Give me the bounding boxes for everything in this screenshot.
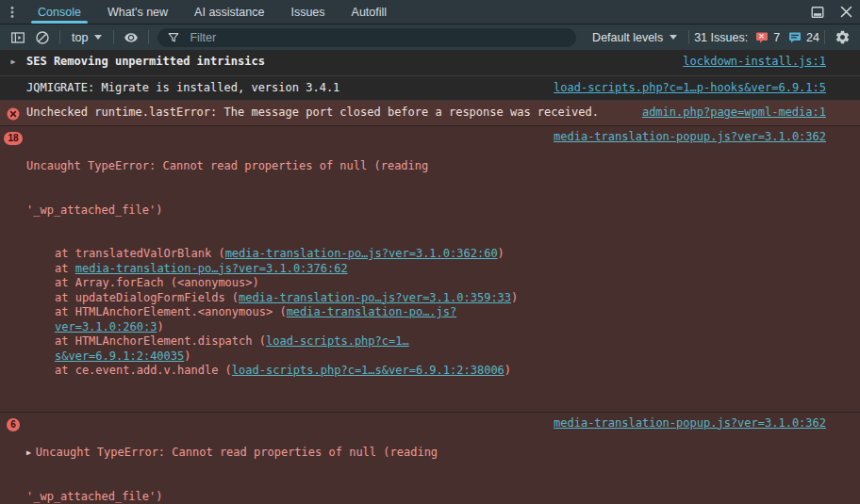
toolbar-divider [824,30,825,44]
expand-triangle-icon[interactable]: ▶ [11,55,16,70]
chevron-down-icon [670,35,677,40]
console-settings-button[interactable] [830,27,854,48]
tab-issues[interactable]: Issues [277,0,338,24]
stack-frame-text: at Array.forEach (<anonymous>) [55,276,259,289]
message-gutter: 6 [0,416,26,431]
stack-frame: at ce.event.add.v.handle (load-scripts.p… [26,364,542,379]
tab-whats-new[interactable]: What's new [94,0,181,24]
stack-frame: at Array.forEach (<anonymous>) [26,276,542,291]
stack-frame-text: ) [504,364,511,377]
stack-frame-text: ) [157,320,163,333]
repeat-count-badge: 18 [4,132,22,145]
tab-ai-assistance[interactable]: AI assistance [181,0,277,24]
error-circle-x-icon [7,107,20,121]
toolbar-divider [113,30,114,44]
show-console-sidebar-button[interactable] [6,27,30,48]
error-message: Uncaught TypeError: Cannot read properti… [26,130,542,408]
console-messages-area: ▶ SES Removing unpermitted intrinsics lo… [0,50,860,504]
tabbar-spacer [400,0,803,24]
toolbar-divider [688,30,689,44]
issue-message-icon [788,31,802,44]
message-gutter: 18 [0,130,26,145]
stack-frame-text: ) [511,291,518,304]
tab-label: Autofill [352,6,388,19]
stack-frame-text: at HTMLAnchorElement.dispatch ( [55,334,266,348]
console-message-row: JQMIGRATE: Migrate is installed, version… [0,76,860,102]
issues-errors-count: 7 [773,31,780,44]
toolbar-divider [59,30,60,44]
customize-devtools-menu-button[interactable] [0,0,25,24]
message-gutter: ▶ [0,55,26,71]
stack-source-link[interactable]: media-translation-po…js?ver=3.1.0:359:33 [239,291,511,304]
issues-messages-count: 24 [806,31,819,44]
error-message: ▶Uncaught TypeError: Cannot read propert… [26,416,542,504]
kebab-menu-icon [6,6,19,19]
tab-label: What's new [108,6,168,19]
message-text: JQMIGRATE: Migrate is installed, version… [26,81,542,96]
error-message-line: ▶Uncaught TypeError: Cannot read propert… [26,446,542,462]
show-console-sidebar-icon [10,30,25,45]
error-message-line: '_wp_attached_file') [26,490,542,504]
javascript-context-selector[interactable]: top [65,31,108,44]
eye-icon [123,30,140,45]
stack-frame: at updateDialogFormFields (media-transla… [26,291,542,306]
clear-console-icon [35,30,50,45]
message-text: SES Removing unpermitted intrinsics [26,55,671,70]
devtools-window: Console What's new AI assistance Issues … [0,0,860,504]
issues-counter[interactable]: 31 Issues: 7 24 [694,31,819,44]
stack-frame: at HTMLAnchorElement.<anonymous> (media-… [26,305,542,334]
issues-label: 31 Issues: [694,31,748,44]
stack-source-link[interactable]: media-translation-po…js?ver=3.1.0:362:60 [225,247,498,260]
log-levels-selector[interactable]: Default levels [586,31,684,44]
error-message-line: Uncaught TypeError: Cannot read properti… [26,159,542,174]
toolbar-divider [148,30,149,44]
devtools-tabbar: Console What's new AI assistance Issues … [0,0,860,24]
tab-label: Console [38,6,81,19]
stack-frame-text: ) [498,247,504,260]
stack-trace: at translatedValOrBlank (media-translati… [26,247,542,379]
repeat-count-badge: 6 [7,418,20,431]
stack-frame: at media-translation-po…js?ver=3.1.0:376… [26,262,542,277]
context-selector-label: top [72,31,88,44]
message-gutter [0,81,26,82]
tab-console[interactable]: Console [25,0,94,24]
tab-label: AI assistance [194,6,264,19]
issue-error-icon [755,31,769,44]
chevron-down-icon [94,35,102,40]
source-link[interactable]: lockdown-install.js:1 [683,55,826,68]
console-error-group: 18 Uncaught TypeError: Cannot read prope… [0,126,860,413]
stack-source-link[interactable]: load-scripts.php?c=1…s&ver=6.9.1:2:38006 [232,364,504,377]
dock-to-bottom-icon [810,5,825,20]
filter-funnel-icon [167,31,180,44]
message-text: Unchecked runtime.lastError: The message… [26,106,631,121]
filter-input[interactable] [188,30,567,45]
console-message-row: ▶ SES Removing unpermitted intrinsics lo… [0,50,860,76]
expand-triangle-icon[interactable]: ▶ [26,446,31,461]
console-error-row: Unchecked runtime.lastError: The message… [0,101,860,126]
source-link[interactable]: media-translation-popup.js?ver=3.1.0:362 [554,130,826,143]
console-toolbar: top Default levels 31 Issues: [0,24,860,50]
close-devtools-button[interactable] [832,0,860,24]
console-filter-box[interactable] [157,28,576,47]
stack-frame-text: at [55,262,75,275]
stack-frame-text: ) [184,350,190,363]
stack-frame-text: at HTMLAnchorElement.<anonymous> ( [55,305,287,318]
stack-frame-text: at updateDialogFormFields ( [55,291,239,304]
source-link[interactable]: load-scripts.php?c=1…p-hooks&ver=6.9.1:5 [554,81,826,94]
source-link[interactable]: admin.php?page=wpml-media:1 [642,106,826,119]
stack-frame: at translatedValOrBlank (media-translati… [26,247,542,262]
settings-gear-icon [835,29,851,45]
dock-side-button[interactable] [803,0,832,24]
source-link[interactable]: media-translation-popup.js?ver=3.1.0:362 [554,416,826,430]
tab-label: Issues [290,6,324,19]
stack-source-link[interactable]: media-translation-po…js?ver=3.1.0:376:62 [75,262,348,275]
clear-console-button[interactable] [30,27,55,48]
console-error-group: 6 ▶Uncaught TypeError: Cannot read prope… [0,413,860,504]
message-gutter [0,106,26,121]
stack-frame-text: at ce.event.add.v.handle ( [55,364,232,377]
stack-frame-text: at translatedValOrBlank ( [55,247,225,260]
stack-frame: at HTMLAnchorElement.dispatch (load-scri… [26,334,542,364]
log-levels-label: Default levels [592,31,663,44]
tab-autofill[interactable]: Autofill [339,0,401,24]
create-live-expression-button[interactable] [119,27,143,48]
